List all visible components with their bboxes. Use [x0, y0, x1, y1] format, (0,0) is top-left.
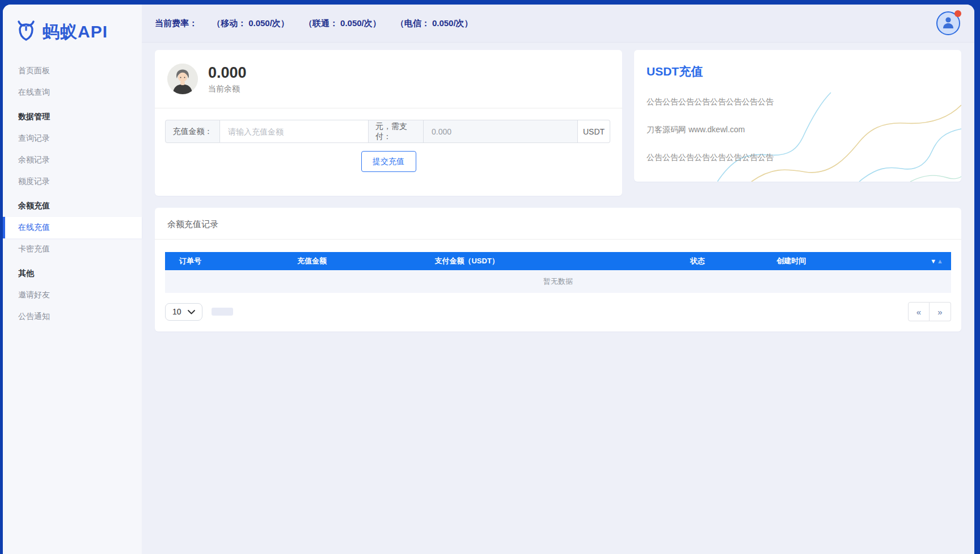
rate-telecom: （电信： 0.050/次）: [396, 18, 473, 29]
sidebar-item-quota-records[interactable]: 额度记录: [3, 171, 142, 192]
rate-unicom: （联通： 0.050/次）: [304, 18, 381, 29]
amount-input-wrap: [220, 120, 369, 143]
app-window: 蚂蚁API 首页面板 在线查询 数据管理 查询记录 余额记录 额度记录 余额充值…: [3, 5, 974, 554]
amount-input[interactable]: [220, 120, 368, 142]
topbar: 当前费率： （移动： 0.050/次） （联通： 0.050/次） （电信： 0…: [142, 5, 974, 43]
recharge-records-card: 余额充值记录 订单号 充值金额 支付金额（USDT） 状态 创建时间 ▼ ▲: [155, 208, 961, 331]
table-empty-state: 暂无数据: [165, 270, 951, 293]
table-header-row: 订单号 充值金额 支付金额（USDT） 状态 创建时间 ▼ ▲: [165, 252, 951, 270]
page-size-value: 10: [172, 307, 181, 316]
sort-desc-icon: ▼: [930, 258, 936, 265]
prev-page-button[interactable]: «: [908, 302, 930, 321]
usdt-notice-line: 刀客源码网 www.dkewl.com: [647, 125, 949, 135]
chevron-down-icon: [188, 307, 195, 316]
balance-label: 当前余额: [208, 84, 247, 94]
rate-mobile: （移动： 0.050/次）: [212, 18, 289, 29]
next-page-button[interactable]: »: [930, 302, 951, 321]
column-pay-amount: 支付金额（USDT）: [420, 256, 675, 266]
sidebar: 蚂蚁API 首页面板 在线查询 数据管理 查询记录 余额记录 额度记录 余额充值…: [3, 5, 142, 554]
sidebar-menu: 首页面板 在线查询 数据管理 查询记录 余额记录 额度记录 余额充值 在线充值 …: [3, 60, 142, 328]
pager-buttons: « »: [908, 302, 951, 321]
main-area: 当前费率： （移动： 0.050/次） （联通： 0.050/次） （电信： 0…: [142, 5, 974, 554]
user-menu: [936, 11, 960, 35]
amount-label: 充值金额：: [165, 120, 220, 143]
currency-addon: USDT: [578, 120, 610, 143]
balance-amount: 0.000: [208, 64, 247, 82]
usdt-notice-card: USDT充值 公告公告公告公告公告公告公告公告 刀客源码网 www.dkewl.…: [634, 50, 961, 182]
profile-avatar: [167, 64, 198, 94]
sidebar-item-balance-records[interactable]: 余额记录: [3, 149, 142, 171]
pay-label: 元，需支付：: [369, 120, 424, 143]
rate-label: 当前费率：: [155, 18, 197, 29]
page-size-select[interactable]: 10: [165, 303, 202, 321]
column-recharge-amount: 充值金额: [283, 256, 421, 266]
notification-dot: [954, 10, 961, 17]
balance-recharge-card: 0.000 当前余额 充值金额： 元，需支付： 0.000 USDT: [155, 50, 622, 196]
sidebar-item-online-recharge[interactable]: 在线充值: [3, 217, 142, 238]
recharge-form: 充值金额： 元，需支付： 0.000 USDT: [165, 120, 612, 143]
submit-row: 提交充值: [155, 151, 622, 172]
pagination: 10 « »: [165, 302, 951, 321]
usdt-title: USDT充值: [647, 64, 949, 79]
sidebar-section-data-management: 数据管理: [3, 106, 142, 128]
column-status: 状态: [676, 256, 762, 266]
user-icon: [941, 15, 956, 32]
sidebar-item-query-records[interactable]: 查询记录: [3, 128, 142, 149]
sidebar-item-announcements[interactable]: 公告通知: [3, 306, 142, 328]
card-divider: [155, 108, 622, 108]
empty-text: 暂无数据: [543, 276, 573, 287]
sidebar-item-card-recharge[interactable]: 卡密充值: [3, 238, 142, 260]
sidebar-item-online-query[interactable]: 在线查询: [3, 82, 142, 103]
sort-asc-icon: ▲: [937, 258, 943, 265]
logo[interactable]: 蚂蚁API: [3, 5, 142, 58]
logo-text: 蚂蚁API: [43, 20, 108, 44]
records-title: 余额充值记录: [155, 208, 961, 239]
sidebar-section-other: 其他: [3, 263, 142, 284]
column-order-id: 订单号: [165, 256, 283, 266]
submit-recharge-button[interactable]: 提交充值: [361, 151, 416, 172]
records-table: 订单号 充值金额 支付金额（USDT） 状态 创建时间 ▼ ▲ 暂无数据: [165, 252, 951, 293]
usdt-notice-line: 公告公告公告公告公告公告公告公告: [647, 153, 949, 163]
table-sort-filter-icon[interactable]: ▼ ▲: [912, 258, 951, 265]
column-created-at: 创建时间: [762, 256, 911, 266]
balance-summary: 0.000 当前余额: [155, 50, 622, 108]
sidebar-item-invite-friends[interactable]: 邀请好友: [3, 284, 142, 306]
ant-logo-icon: [14, 19, 38, 44]
pay-amount-value: 0.000: [424, 120, 578, 143]
pagination-info-pill: [212, 308, 233, 316]
current-rates: 当前费率： （移动： 0.050/次） （联通： 0.050/次） （电信： 0…: [155, 18, 473, 29]
records-divider: [155, 239, 961, 240]
page-content: 0.000 当前余额 充值金额： 元，需支付： 0.000 USDT: [142, 43, 974, 554]
sidebar-section-balance-recharge: 余额充值: [3, 195, 142, 217]
balance-text-block: 0.000 当前余额: [208, 64, 247, 94]
sidebar-item-dashboard[interactable]: 首页面板: [3, 60, 142, 82]
usdt-notice-line: 公告公告公告公告公告公告公告公告: [647, 97, 949, 107]
